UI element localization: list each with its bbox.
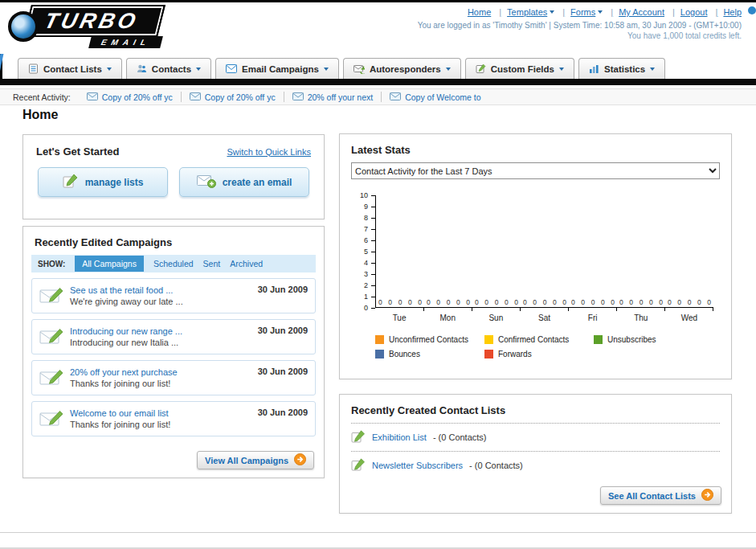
- campaign-row[interactable]: Welcome to our email list Thanks for joi…: [31, 401, 316, 436]
- view-all-campaigns-button[interactable]: View All Campaigns: [197, 451, 314, 469]
- get-started-header: Let's Get Started Switch to Quick Links: [23, 135, 324, 158]
- recent-activity-item[interactable]: Copy of 20% off yc: [79, 92, 182, 102]
- link-forms[interactable]: Forms: [570, 7, 619, 17]
- filter-all-campaigns[interactable]: All Campaigns: [75, 256, 144, 272]
- recent-contact-lists-panel: Recently Created Contact Lists Exhibitio…: [339, 394, 732, 514]
- contact-activity-chart: 109876543210 000000000000000000000000000…: [351, 195, 713, 322]
- nav-tab-contact-lists[interactable]: Contact Lists: [18, 58, 122, 79]
- arrow-right-icon: [701, 489, 713, 502]
- email-icon: [390, 92, 401, 102]
- link-my-account[interactable]: My Account: [619, 7, 680, 17]
- legend-swatch: [484, 335, 493, 344]
- nav-tab-autoresponders[interactable]: Autoresponders: [343, 58, 461, 79]
- logo-text: TURBO EMAIL: [27, 5, 161, 48]
- campaign-subtitle: Thanks for joining our list!: [70, 419, 251, 430]
- credits-info: You have 1,000 total credits left.: [627, 31, 742, 40]
- chart-y-axis: 109876543210: [351, 195, 375, 308]
- get-started-panel: Let's Get Started Switch to Quick Links …: [22, 134, 325, 219]
- contact-list-detail: - (0 Contacts): [469, 461, 523, 470]
- email-edit-icon: [39, 287, 63, 305]
- link-logout[interactable]: Logout: [680, 7, 724, 17]
- page-title: Home: [22, 108, 58, 122]
- campaign-subtitle: Thanks for joining our list!: [70, 378, 251, 389]
- legend-swatch: [594, 335, 603, 344]
- email-plus-icon: [197, 174, 216, 191]
- pencil-icon: [351, 430, 366, 445]
- link-templates[interactable]: Templates: [507, 7, 570, 17]
- email-icon: [87, 92, 98, 102]
- campaign-row[interactable]: 20% off your next purchase Thanks for jo…: [31, 360, 316, 395]
- nav-tab-contacts[interactable]: Contacts: [126, 58, 211, 79]
- see-all-contact-lists-button[interactable]: See All Contact Lists: [600, 486, 721, 505]
- filter-archived[interactable]: Archived: [230, 259, 263, 268]
- recent-campaigns-title: Recently Edited Campaigns: [23, 227, 324, 255]
- chevron-down-icon: [598, 10, 603, 14]
- contacts-icon: [137, 64, 147, 74]
- campaign-text: Welcome to our email list Thanks for joi…: [70, 408, 251, 430]
- email-edit-icon: [39, 328, 63, 346]
- legend-item: Bounces: [375, 350, 484, 358]
- email-campaigns-icon: [226, 64, 237, 73]
- campaign-title-link[interactable]: Introducing our new range ...: [70, 326, 251, 337]
- campaign-filter-bar: SHOW: All Campaigns Scheduled Sent Archi…: [31, 255, 316, 272]
- blue-dot-decoration: [748, 6, 756, 14]
- get-started-buttons: manage lists create an email: [23, 167, 324, 197]
- recent-activity-item[interactable]: Copy of 20% off yc: [182, 92, 284, 102]
- nav-tab-email-campaigns[interactable]: Email Campaigns: [215, 58, 339, 79]
- nav-tab-custom-fields[interactable]: Custom Fields: [465, 58, 574, 79]
- campaign-text: Introducing our new range ... Introducin…: [70, 326, 251, 348]
- link-home[interactable]: Home: [468, 7, 507, 17]
- email-edit-icon: [39, 369, 63, 387]
- campaign-title-link[interactable]: 20% off your next purchase: [70, 367, 251, 378]
- chevron-down-icon: [559, 68, 564, 71]
- campaign-date: 30 Jun 2009: [258, 326, 308, 335]
- create-email-button[interactable]: create an email: [179, 167, 309, 197]
- legend-item: Forwards: [484, 350, 594, 358]
- latest-stats-panel: Latest Stats Contact Activity for the La…: [339, 133, 732, 379]
- chart-grid: 109876543210 000000000000000000000000000…: [351, 195, 713, 308]
- switch-quick-links-link[interactable]: Switch to Quick Links: [227, 147, 311, 157]
- custom-fields-icon: [476, 64, 486, 74]
- campaign-title-link[interactable]: See us at the retail food ...: [70, 285, 251, 296]
- statistics-icon: [589, 64, 599, 74]
- logo-turbo-text: TURBO: [23, 5, 166, 37]
- filter-sent[interactable]: Sent: [203, 259, 221, 268]
- manage-lists-button[interactable]: manage lists: [38, 167, 168, 197]
- arrow-right-icon: [294, 453, 306, 467]
- contact-list-row[interactable]: Exhibition List - (0 Contacts): [340, 424, 731, 451]
- campaign-date: 30 Jun 2009: [258, 367, 308, 376]
- contact-list-link[interactable]: Newsletter Subscribers: [372, 461, 463, 470]
- recent-activity-item[interactable]: 20% off your next: [284, 92, 382, 102]
- recent-activity-item[interactable]: Copy of Welcome to: [382, 92, 488, 102]
- campaign-text: See us at the retail food ... We're givi…: [70, 285, 251, 307]
- link-help[interactable]: Help: [723, 7, 742, 17]
- campaign-subtitle: We're giving away our late ...: [70, 296, 251, 307]
- autoresponders-icon: [353, 64, 365, 74]
- email-icon: [292, 92, 304, 102]
- header-links: Home Templates Forms My Account Logout H…: [468, 7, 742, 17]
- campaign-text: 20% off your next purchase Thanks for jo…: [70, 367, 251, 389]
- recent-activity-bar: Recent Activity: Copy of 20% off yc Copy…: [0, 88, 756, 105]
- stats-period-select[interactable]: Contact Activity for the Last 7 Days: [351, 162, 720, 179]
- show-label: SHOW:: [38, 260, 65, 268]
- logo-wheel-icon: [8, 11, 39, 42]
- contact-lists-icon: [28, 64, 39, 74]
- main-nav: Contact Lists Contacts Email Campaigns A…: [18, 58, 665, 79]
- nav-divider-bar: [0, 79, 756, 85]
- campaign-row[interactable]: See us at the retail food ... We're givi…: [31, 278, 316, 313]
- legend-item: Unsubscribes: [594, 335, 703, 344]
- chart-plot: 00000000000000000000000000000000000: [375, 195, 713, 308]
- filter-scheduled[interactable]: Scheduled: [153, 259, 194, 268]
- campaign-title-link[interactable]: Welcome to our email list: [70, 408, 251, 419]
- recent-activity-label: Recent Activity:: [13, 92, 71, 102]
- recent-contact-lists-title: Recently Created Contact Lists: [340, 395, 731, 423]
- campaign-row[interactable]: Introducing our new range ... Introducin…: [31, 319, 316, 354]
- chevron-down-icon: [196, 68, 201, 71]
- nav-tab-statistics[interactable]: Statistics: [578, 58, 665, 79]
- header: TURBO EMAIL Home Templates Forms My Acco…: [0, 2, 756, 54]
- contact-list-link[interactable]: Exhibition List: [372, 432, 427, 442]
- contact-list-row[interactable]: Newsletter Subscribers - (0 Contacts): [340, 452, 731, 479]
- pencil-icon: [63, 174, 79, 191]
- legend-swatch: [484, 350, 493, 358]
- chart-legend: Unconfirmed Contacts Confirmed Contacts …: [375, 335, 705, 358]
